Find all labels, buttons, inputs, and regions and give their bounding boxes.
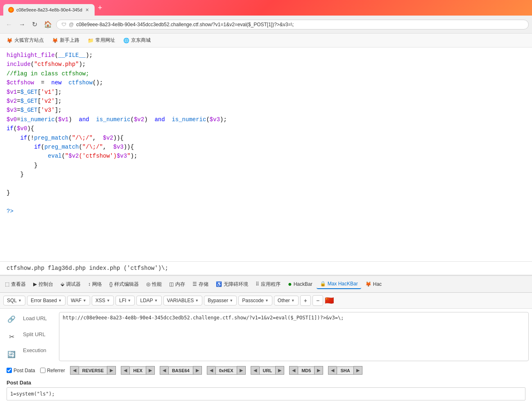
hackbar-ldap-menu[interactable]: LDAP ▼	[136, 296, 161, 305]
xss-label: XSS	[95, 298, 105, 303]
bookmark-jd-icon: 🌐	[123, 38, 129, 43]
url-encode-button[interactable]: ◀ URL ▶	[251, 366, 285, 375]
bookmark-links-label: 常用网址	[95, 37, 115, 44]
code-line-16: }	[7, 188, 525, 197]
devtool-debugger[interactable]: ⬙ 调试器	[57, 279, 84, 289]
memory-icon: ◫	[169, 281, 174, 287]
bookmark-beginner-icon: 🦊	[52, 38, 58, 43]
md5-encode-button[interactable]: ◀ MD5 ▶	[289, 366, 323, 375]
style-editor-label: 样式编辑器	[114, 281, 139, 288]
post-data-checkbox[interactable]	[7, 368, 12, 373]
performance-label: 性能	[152, 281, 162, 288]
url-left-arrow-icon: ◀	[251, 366, 259, 375]
url-label: URL	[259, 366, 276, 375]
hackbar-passcode-menu[interactable]: Passcode ▼	[238, 296, 272, 305]
post-data-input[interactable]	[7, 387, 525, 400]
split-url-icon[interactable]: ✂	[7, 331, 16, 342]
code-line-13: }	[7, 161, 525, 170]
hackbar-add-button[interactable]: +	[300, 295, 311, 306]
address-bar-container: 🛡 @	[56, 20, 529, 29]
application-icon: ⠿	[256, 281, 259, 287]
bookmark-beginner[interactable]: 🦊 新手上路	[49, 36, 83, 45]
base64-right-arrow-icon: ▶	[193, 366, 202, 375]
error-based-label: Error Based	[31, 298, 57, 303]
browser-window: c08e9eee-8a23-4e8b-90e4-345d × + ← → ↻ 🏠…	[0, 0, 532, 407]
tab-favicon	[8, 7, 14, 13]
home-button[interactable]: 🏠	[41, 19, 54, 30]
console-label: 控制台	[38, 281, 53, 288]
hackbar-sql-menu[interactable]: SQL ▼	[3, 296, 25, 305]
referrer-checkbox[interactable]	[40, 368, 45, 373]
hackbar-options-row: Post Data Referrer ◀ REVERSE ▶ ◀ HEX	[3, 364, 529, 376]
hackbar-url-row: 🔗 ✂ 🔄 Load URL Split URL Execution	[3, 312, 529, 363]
tab-close-button[interactable]: ×	[85, 7, 90, 13]
bookmark-firefox[interactable]: 🦊 火狐官方站点	[3, 36, 47, 45]
devtool-inspector[interactable]: ⬚ 查看器	[2, 279, 29, 289]
hackbar-waf-menu[interactable]: WAF ▼	[67, 296, 90, 305]
devtool-max-hackbar[interactable]: 🔒 Max HacKBar	[317, 279, 361, 289]
hackbar-other-menu[interactable]: Other ▼	[274, 296, 299, 305]
accessibility-icon: ♿	[216, 281, 222, 287]
code-line-10: if(!preg_match("/\;/", $v2)){	[7, 133, 525, 142]
code-line-7: $v3=$_GET['v3'];	[7, 106, 525, 115]
ldap-arrow-icon: ▼	[154, 298, 158, 303]
hackbar-content: 🔗 ✂ 🔄 Load URL Split URL Execution	[0, 309, 532, 407]
waf-arrow-icon: ▼	[83, 298, 86, 303]
hackbar-remove-button[interactable]: −	[312, 295, 323, 306]
devtool-accessibility[interactable]: ♿ 无障碍环境	[213, 279, 251, 289]
post-data-section: Post Data	[3, 378, 529, 404]
reverse-encode-button[interactable]: ◀ REVERSE ▶	[70, 366, 116, 375]
hex-encode-button[interactable]: ◀ HEX ▶	[121, 366, 155, 375]
devtool-hackbar[interactable]: ● HackBar	[285, 279, 316, 289]
reload-button[interactable]: ↻	[29, 19, 40, 30]
hackbar-variables-menu[interactable]: VARIABLES ▼	[163, 296, 203, 305]
console-icon: ▶	[33, 281, 37, 287]
hex-label: HEX	[129, 366, 146, 375]
lfi-arrow-icon: ▼	[127, 298, 131, 303]
devtool-storage[interactable]: ☰ 存储	[189, 279, 212, 289]
base64-encode-button[interactable]: ◀ BASE64 ▶	[160, 366, 202, 375]
referrer-checkbox-label[interactable]: Referrer	[40, 368, 65, 373]
hackbar-menu: SQL ▼ Error Based ▼ WAF ▼ XSS ▼ LFI ▼	[0, 293, 532, 309]
devtool-console[interactable]: ▶ 控制台	[30, 279, 57, 289]
code-line-6: $v2=$_GET['v2'];	[7, 97, 525, 106]
new-tab-button[interactable]: +	[95, 4, 106, 12]
back-button[interactable]: ←	[3, 19, 15, 30]
hackbar-error-based-menu[interactable]: Error Based ▼	[27, 296, 66, 305]
devtool-memory[interactable]: ◫ 内存	[166, 279, 188, 289]
devtool-style-editor[interactable]: {} 样式编辑器	[106, 279, 142, 289]
tab-bar: c08e9eee-8a23-4e8b-90e4-345d × +	[0, 0, 532, 16]
address-input[interactable]	[76, 22, 523, 27]
storage-icon: ☰	[192, 281, 197, 287]
active-tab[interactable]: c08e9eee-8a23-4e8b-90e4-345d ×	[3, 4, 95, 16]
load-url-icon[interactable]: 🔗	[6, 314, 17, 325]
devtool-application[interactable]: ⠿ 应用程序	[252, 279, 284, 289]
hackbar-xss-menu[interactable]: XSS ▼	[92, 296, 114, 305]
code-line-3: //flag in class ctfshow;	[7, 69, 525, 78]
style-editor-icon: {}	[109, 281, 113, 287]
code-line-4: $ctfshow = new ctfshow();	[7, 78, 525, 87]
post-data-checkbox-label[interactable]: Post Data	[7, 368, 35, 373]
devtool-hac[interactable]: 🦊 Hac	[362, 280, 385, 289]
code-line-12: eval("$v2('ctfshow')$v3");	[7, 151, 525, 161]
hackbar-url-input[interactable]	[59, 312, 529, 361]
debugger-icon: ⬙	[61, 281, 64, 287]
devtool-performance[interactable]: ◎ 性能	[143, 279, 165, 289]
0xhex-encode-button[interactable]: ◀ 0xHEX ▶	[207, 366, 246, 375]
bookmark-links[interactable]: 📁 常用网址	[84, 36, 118, 45]
bookmark-jd[interactable]: 🌐 京东商城	[120, 36, 154, 45]
devtool-network[interactable]: ↕ 网络	[85, 279, 105, 289]
code-line-15	[7, 179, 525, 188]
hackbar-dot-icon: ●	[288, 280, 292, 288]
code-line-14: }	[7, 170, 525, 179]
forward-button[interactable]: →	[16, 19, 28, 30]
hackbar-label: HackBar	[294, 281, 312, 287]
sha-encode-button[interactable]: ◀ SHA ▶	[328, 366, 362, 375]
code-line-18: ?>	[7, 207, 525, 216]
load-url-label: Load URL	[23, 314, 56, 323]
hackbar-bypasser-menu[interactable]: Bypasser ▼	[204, 296, 237, 305]
hackbar-lfi-menu[interactable]: LFI ▼	[115, 296, 135, 305]
md5-left-arrow-icon: ◀	[289, 366, 298, 375]
application-label: 应用程序	[261, 281, 281, 288]
execution-icon[interactable]: 🔄	[6, 349, 17, 360]
